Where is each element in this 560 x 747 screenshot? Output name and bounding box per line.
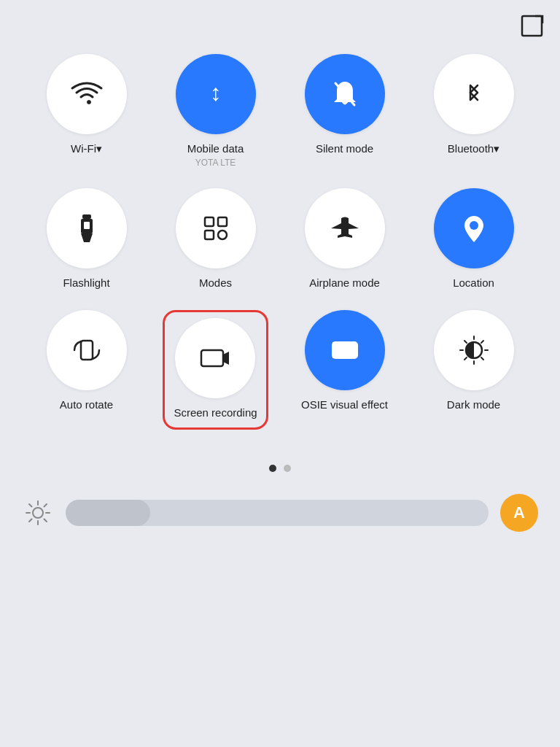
svg-text:↕: ↕ bbox=[210, 80, 222, 106]
modes-label: Modes bbox=[199, 276, 232, 290]
svg-rect-6 bbox=[84, 222, 90, 229]
bluetooth-icon bbox=[454, 74, 494, 114]
svg-line-34 bbox=[29, 519, 32, 522]
screen-recording-label: Screen recording bbox=[174, 406, 257, 420]
wifi-icon bbox=[67, 74, 106, 114]
screen-recording-circle bbox=[175, 318, 255, 398]
mobile-data-circle: ↕ bbox=[176, 54, 256, 134]
quick-settings: Wi-Fi▾ ↕ Mobile data YOTA LTE Si bbox=[0, 39, 560, 457]
flashlight-label: Flashlight bbox=[63, 276, 109, 290]
mobile-data-sublabel: YOTA LTE bbox=[195, 158, 236, 168]
svg-point-26 bbox=[33, 508, 43, 518]
avatar-label: A bbox=[513, 503, 525, 522]
svg-rect-15 bbox=[332, 342, 345, 358]
airplane-icon bbox=[325, 209, 365, 248]
osie-icon bbox=[325, 330, 365, 370]
modes-circle bbox=[176, 188, 256, 268]
tile-osie[interactable]: OSIE visual effect bbox=[290, 310, 400, 430]
airplane-mode-label: Airplane mode bbox=[309, 276, 380, 290]
bluetooth-circle bbox=[434, 54, 514, 134]
svg-rect-12 bbox=[81, 341, 93, 360]
mobile-data-label: Mobile data bbox=[187, 142, 244, 156]
svg-point-10 bbox=[218, 231, 227, 239]
location-label: Location bbox=[453, 276, 494, 290]
silent-mode-icon bbox=[325, 74, 365, 114]
row-2: Flashlight Modes Airplane mode bbox=[22, 188, 538, 290]
auto-rotate-icon bbox=[67, 330, 106, 370]
page-dot-1[interactable] bbox=[269, 465, 276, 472]
modes-icon bbox=[196, 209, 236, 248]
svg-rect-0 bbox=[522, 16, 542, 36]
edit-icon[interactable] bbox=[519, 13, 545, 39]
dark-mode-icon bbox=[454, 330, 494, 370]
location-icon bbox=[454, 209, 494, 248]
auto-rotate-label: Auto rotate bbox=[60, 398, 113, 412]
tile-airplane-mode[interactable]: Airplane mode bbox=[290, 188, 400, 290]
tile-silent-mode[interactable]: Silent mode bbox=[290, 54, 400, 168]
svg-rect-7 bbox=[205, 217, 214, 226]
wifi-label: Wi-Fi▾ bbox=[71, 142, 102, 156]
svg-rect-4 bbox=[82, 214, 91, 219]
tile-location[interactable]: Location bbox=[419, 188, 529, 290]
osie-label: OSIE visual effect bbox=[301, 398, 388, 412]
flashlight-circle bbox=[47, 188, 127, 268]
svg-line-24 bbox=[481, 341, 483, 343]
top-bar bbox=[0, 0, 560, 39]
svg-rect-9 bbox=[205, 231, 214, 239]
svg-line-25 bbox=[464, 357, 467, 360]
svg-rect-13 bbox=[201, 350, 223, 366]
tile-flashlight[interactable]: Flashlight bbox=[32, 188, 141, 290]
pagination bbox=[0, 465, 560, 472]
dark-mode-label: Dark mode bbox=[447, 398, 500, 412]
brightness-icon bbox=[22, 497, 54, 529]
avatar[interactable]: A bbox=[500, 494, 538, 532]
osie-circle bbox=[305, 310, 385, 390]
dark-mode-circle bbox=[434, 310, 514, 390]
silent-mode-circle bbox=[305, 54, 385, 134]
bottom-bar: A bbox=[0, 487, 560, 539]
flashlight-icon bbox=[67, 209, 106, 248]
page-dot-2[interactable] bbox=[284, 465, 291, 472]
tile-auto-rotate[interactable]: Auto rotate bbox=[32, 310, 141, 430]
bluetooth-label: Bluetooth▾ bbox=[448, 142, 499, 156]
tile-wifi[interactable]: Wi-Fi▾ bbox=[32, 54, 141, 168]
tile-bluetooth[interactable]: Bluetooth▾ bbox=[419, 54, 529, 168]
tile-mobile-data[interactable]: ↕ Mobile data YOTA LTE bbox=[161, 54, 271, 168]
location-circle bbox=[434, 188, 514, 268]
svg-line-23 bbox=[481, 357, 483, 360]
airplane-mode-circle bbox=[305, 188, 385, 268]
mobile-data-icon: ↕ bbox=[196, 74, 236, 114]
screen-recording-icon bbox=[195, 338, 235, 378]
row-3: Auto rotate Screen recording bbox=[22, 310, 538, 430]
wifi-circle bbox=[47, 54, 127, 134]
row-1: Wi-Fi▾ ↕ Mobile data YOTA LTE Si bbox=[22, 54, 538, 168]
svg-line-33 bbox=[44, 504, 47, 507]
auto-rotate-circle bbox=[47, 310, 127, 390]
tile-screen-recording[interactable]: Screen recording bbox=[161, 310, 271, 430]
tile-dark-mode[interactable]: Dark mode bbox=[419, 310, 529, 430]
svg-line-32 bbox=[44, 519, 47, 522]
brightness-slider[interactable] bbox=[66, 500, 489, 526]
svg-line-31 bbox=[29, 504, 32, 507]
tile-modes[interactable]: Modes bbox=[161, 188, 271, 290]
silent-mode-label: Silent mode bbox=[316, 142, 373, 156]
svg-line-22 bbox=[464, 341, 467, 343]
brightness-slider-fill bbox=[66, 500, 150, 526]
svg-point-11 bbox=[470, 221, 478, 230]
svg-rect-8 bbox=[218, 217, 227, 226]
